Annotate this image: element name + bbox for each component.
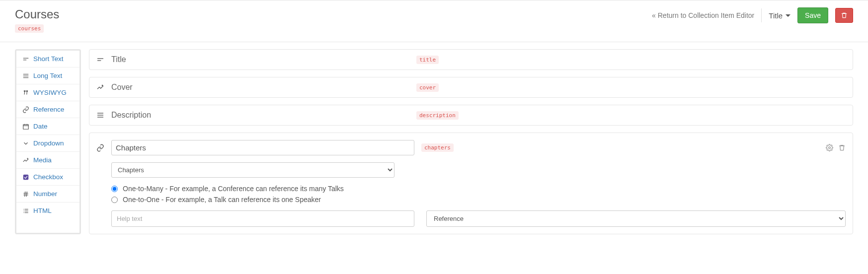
media-icon (22, 157, 29, 164)
collection-select[interactable]: Chapters (111, 162, 395, 178)
page-title: Courses (15, 7, 59, 21)
reference-icon (22, 106, 29, 113)
field-row-chapters-editing: chapters Chapters One-to-Many - For exam… (89, 133, 853, 234)
sidebar-item-label: Number (33, 190, 57, 198)
number-icon (22, 191, 29, 198)
short-text-icon (22, 56, 29, 63)
collection-slug-badge: courses (15, 24, 44, 33)
radio-label: One-to-Many - For example, a Conference … (123, 185, 344, 193)
sidebar-item-short-text[interactable]: Short Text (16, 51, 79, 68)
title-field-dropdown-label: Title (769, 11, 783, 20)
sidebar-item-date[interactable]: Date (16, 118, 79, 135)
field-row-cover[interactable]: Cover cover (89, 77, 853, 98)
help-text-input[interactable] (111, 210, 414, 227)
field-slug-badge: description (416, 111, 459, 120)
sidebar-item-checkbox[interactable]: Checkbox (16, 169, 79, 186)
trash-icon[interactable] (838, 144, 846, 151)
checkbox-icon (22, 174, 29, 181)
svg-line-13 (25, 191, 25, 197)
field-name-input[interactable] (111, 140, 414, 155)
sidebar-item-number[interactable]: Number (16, 186, 79, 203)
svg-point-9 (27, 158, 28, 158)
svg-point-23 (102, 85, 102, 85)
field-label: Title (111, 55, 409, 64)
dropdown-icon (22, 140, 29, 147)
svg-rect-5 (23, 124, 29, 129)
reference-style-select[interactable]: Reference (426, 210, 846, 227)
date-icon (22, 123, 29, 130)
media-icon (96, 83, 104, 91)
separator (761, 8, 762, 22)
relation-one-to-many[interactable]: One-to-Many - For example, a Conference … (111, 185, 846, 193)
radio-input[interactable] (111, 197, 118, 203)
sidebar-item-long-text[interactable]: Long Text (16, 68, 79, 84)
svg-point-27 (829, 147, 831, 149)
radio-label: One-to-One - For example, a Talk can ref… (123, 196, 321, 204)
caret-down-icon (786, 14, 790, 17)
field-slug-badge: chapters (421, 143, 454, 152)
return-link[interactable]: « Return to Collection Item Editor (652, 11, 754, 19)
html-icon (22, 207, 29, 214)
sidebar-item-label: Reference (33, 106, 64, 113)
sidebar-item-html[interactable]: HTML (16, 203, 79, 219)
save-button[interactable]: Save (797, 7, 828, 23)
field-row-description[interactable]: Description description (89, 105, 853, 126)
trash-icon (841, 12, 848, 19)
delete-button[interactable] (835, 8, 853, 23)
sidebar-item-dropdown[interactable]: Dropdown (16, 135, 79, 152)
sidebar-item-label: Long Text (33, 72, 62, 79)
sidebar-item-label: Dropdown (33, 139, 64, 147)
svg-rect-10 (23, 174, 29, 180)
field-label: Cover (111, 83, 409, 92)
sidebar-item-label: HTML (33, 207, 52, 214)
svg-line-14 (26, 191, 27, 197)
sidebar-item-label: WYSIWYG (33, 89, 67, 96)
gear-icon[interactable] (826, 144, 833, 151)
wysiwyg-icon (22, 89, 29, 96)
reference-icon (96, 144, 104, 152)
sidebar-item-wysiwyg[interactable]: WYSIWYG (16, 84, 79, 101)
sidebar-item-label: Checkbox (33, 173, 63, 181)
sidebar-item-label: Short Text (33, 55, 64, 63)
relation-one-to-one[interactable]: One-to-One - For example, a Talk can ref… (111, 196, 846, 204)
field-slug-badge: title (416, 56, 439, 64)
sidebar-item-reference[interactable]: Reference (16, 101, 79, 118)
field-label: Description (111, 111, 409, 120)
field-row-title[interactable]: Title title (89, 49, 853, 70)
short-text-icon (96, 56, 104, 64)
field-types-sidebar: Short Text Long Text WYSIWYG Reference D… (15, 49, 81, 234)
field-slug-badge: cover (416, 83, 439, 92)
title-field-dropdown[interactable]: Title (769, 11, 790, 20)
radio-input[interactable] (111, 186, 118, 192)
sidebar-item-label: Media (33, 156, 52, 164)
long-text-icon (96, 111, 104, 119)
sidebar-item-media[interactable]: Media (16, 152, 79, 169)
long-text-icon (22, 72, 29, 79)
sidebar-item-label: Date (33, 123, 48, 130)
